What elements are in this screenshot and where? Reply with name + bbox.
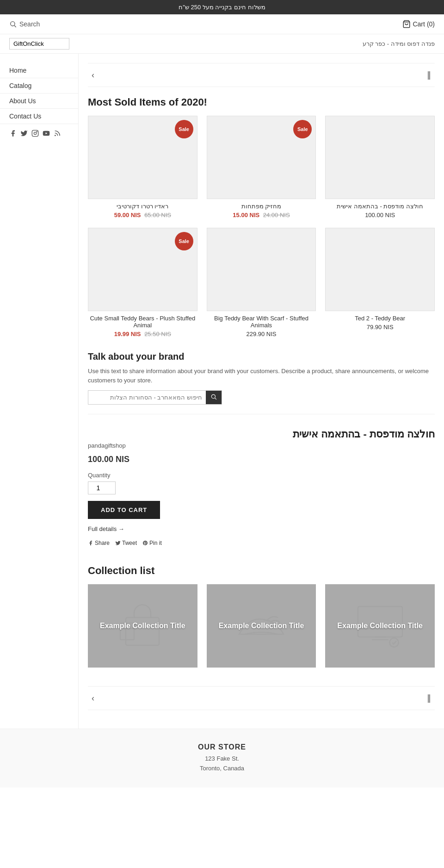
brand-search-input[interactable] [88, 391, 206, 404]
product-image-5 [207, 228, 316, 311]
share-pinterest-link[interactable]: Pin it [142, 540, 162, 546]
product-price-2: 15.00 NIS 24.00 NIS [207, 212, 316, 219]
price-regular-3: 100.00 NIS [365, 212, 395, 219]
main-content: ‹ ‖ Most Sold Items of 2020! Sale ראדיו … [79, 54, 444, 729]
store-name-input[interactable] [9, 38, 69, 50]
add-to-cart-button[interactable]: ADD TO CART [88, 501, 160, 519]
price-original-1: 65.00 NIS [144, 212, 171, 219]
header: Search Cart (0) [0, 14, 444, 34]
svg-point-7 [55, 135, 56, 136]
product-detail-info: חולצה מודפסת - בהתאמה אישית pandagiftsho… [88, 428, 435, 546]
pagination-next-btn-bottom[interactable]: ‖ [423, 691, 435, 705]
main-layout: Home Catalog About Us Contact Us [0, 54, 444, 729]
sidebar-item-catalog[interactable]: Catalog [0, 78, 78, 94]
brand-search-button[interactable] [206, 391, 222, 404]
product-image-6 [325, 228, 435, 311]
product-detail-section: חולצה מודפסת - בהתאמה אישית pandagiftsho… [88, 428, 435, 546]
product-card-6[interactable]: Ted 2 - Teddy Bear 79.90 NIS [325, 228, 435, 337]
collection-card-title-1: Example Collection Title [100, 622, 185, 630]
pagination-prev-btn[interactable]: ‹ [88, 69, 98, 82]
facebook-icon[interactable] [9, 130, 17, 139]
quantity-input[interactable] [88, 481, 116, 494]
brand-section: Talk about your brand Use this text to s… [88, 351, 435, 414]
product-detail-price: 100.00 NIS [88, 455, 435, 464]
pagination-bar-bottom: ‹ ‖ [88, 686, 435, 710]
cart-count: (0) [427, 20, 435, 28]
product-title-2: מחזיק מפתחות [207, 203, 316, 210]
sale-badge-1: Sale [175, 120, 193, 138]
price-sale-4: 19.99 NIS [114, 331, 141, 337]
collection-grid: Example Collection Title Example Collect… [88, 584, 435, 668]
sale-badge-4: Sale [175, 232, 193, 250]
sidebar-item-about-us[interactable]: About Us [0, 94, 78, 109]
collection-card-3[interactable]: Example Collection Title [325, 584, 435, 668]
product-image-1: Sale [88, 116, 197, 199]
share-facebook-link[interactable]: Share [88, 540, 110, 546]
collection-list-title: Collection list [88, 565, 435, 577]
facebook-share-icon [88, 540, 93, 546]
top-banner: משלוח חינם בקנייה מעל 250 ש"ח [0, 0, 444, 14]
product-image-3 [325, 116, 435, 199]
product-card-5[interactable]: Big Teddy Bear With Scarf - Stuffed Anim… [207, 228, 316, 337]
collection-card-2[interactable]: Example Collection Title [207, 584, 316, 668]
brand-title: Talk about your brand [88, 351, 435, 362]
price-original-2: 24.00 NIS [263, 212, 290, 219]
svg-line-1 [14, 25, 16, 27]
collection-card-overlay-3: Example Collection Title [325, 584, 435, 668]
search-button[interactable]: Search [9, 20, 40, 28]
collection-card-title-3: Example Collection Title [337, 622, 423, 630]
product-detail-shop: pandagiftshop [88, 442, 435, 449]
product-price-6: 79.90 NIS [325, 324, 435, 331]
sidebar-item-home[interactable]: Home [0, 63, 78, 78]
price-original-4: 25.50 NIS [144, 331, 171, 337]
svg-line-9 [215, 398, 216, 400]
product-price-5: 229.90 NIS [207, 331, 316, 337]
footer-address: 123 Fake St. Toronto, Canada [9, 754, 435, 774]
product-detail-title: חולצה מודפסת - בהתאמה אישית [88, 428, 435, 440]
product-card-2[interactable]: Sale מחזיק מפתחות 15.00 NIS 24.00 NIS [207, 116, 316, 219]
brand-search-icon [210, 393, 217, 400]
youtube-icon[interactable] [43, 130, 50, 139]
product-title-5: Big Teddy Bear With Scarf - Stuffed Anim… [207, 315, 316, 329]
store-tagline: פנדה דפוס ומידה - כפר קרע [363, 40, 435, 47]
brand-search-bar [88, 390, 222, 405]
brand-text: Use this text to share information about… [88, 367, 435, 385]
svg-point-5 [37, 131, 37, 132]
instagram-icon[interactable] [31, 130, 39, 139]
sidebar: Home Catalog About Us Contact Us [0, 54, 79, 729]
footer-address-line2: Toronto, Canada [9, 764, 435, 774]
share-twitter-link[interactable]: Tweet [115, 540, 137, 546]
sidebar-item-contact-us[interactable]: Contact Us [0, 109, 78, 124]
twitter-icon[interactable] [20, 130, 28, 139]
quantity-label: Quantity [88, 472, 435, 479]
search-icon [9, 20, 17, 28]
product-price-1: 59.00 NIS 65.00 NIS [88, 212, 197, 219]
collection-card-1[interactable]: Example Collection Title [88, 584, 197, 668]
pagination-prev-btn-bottom[interactable]: ‹ [88, 692, 98, 705]
collection-card-overlay-2: Example Collection Title [207, 584, 316, 668]
product-card-3[interactable]: חולצה מודפסת - בהתאמה אישית 100.00 NIS [325, 116, 435, 219]
cart-label: Cart [413, 20, 425, 28]
search-label: Search [19, 20, 40, 28]
product-title-6: Ted 2 - Teddy Bear [325, 315, 435, 322]
svg-point-4 [34, 132, 36, 134]
pagination-bar-top: ‹ ‖ [88, 63, 435, 87]
rss-icon[interactable] [54, 130, 61, 139]
price-regular-6: 79.90 NIS [367, 324, 394, 331]
full-details-link[interactable]: Full details → [88, 525, 435, 532]
store-name-bar: פנדה דפוס ומידה - כפר קרע [0, 34, 444, 54]
product-title-3: חולצה מודפסת - בהתאמה אישית [325, 203, 435, 210]
price-sale-1: 59.00 NIS [114, 212, 141, 219]
collection-card-overlay-1: Example Collection Title [88, 584, 197, 668]
pagination-next-btn[interactable]: ‖ [423, 68, 435, 82]
twitter-share-icon [115, 540, 121, 546]
footer-store-name: OUR STORE [9, 743, 435, 751]
footer: OUR STORE 123 Fake St. Toronto, Canada [0, 729, 444, 787]
product-card-1[interactable]: Sale ראדיו רטרו דקורטיבי 59.00 NIS 65.00… [88, 116, 197, 219]
price-regular-5: 229.90 NIS [246, 331, 276, 337]
product-card-4[interactable]: Sale Cute Small Teddy Bears - Plush Stuf… [88, 228, 197, 337]
sidebar-social-icons [0, 124, 78, 144]
cart-button[interactable]: Cart (0) [402, 20, 435, 28]
banner-text: משלוח חינם בקנייה מעל 250 ש"ח [179, 4, 265, 11]
product-image-2: Sale [207, 116, 316, 199]
